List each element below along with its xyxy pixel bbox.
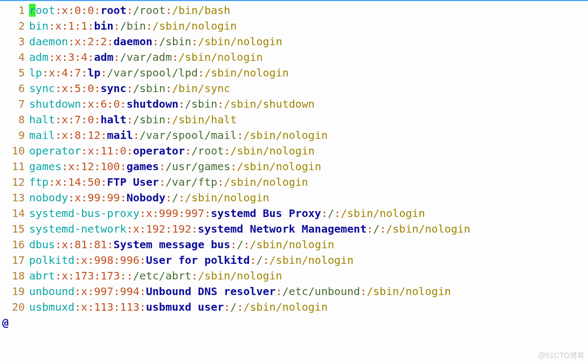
field-separator: : bbox=[159, 160, 165, 173]
homedir-field: /bin bbox=[120, 19, 146, 32]
field-separator: : bbox=[120, 269, 127, 282]
field-separator: : bbox=[107, 35, 114, 48]
passwd-line: 11games:x:12:100:games:/usr/games:/sbin/… bbox=[0, 159, 588, 174]
homedir-field: /root bbox=[133, 4, 165, 17]
line-number: 11 bbox=[0, 159, 29, 174]
field-separator: : bbox=[87, 238, 94, 251]
uid-field: 99 bbox=[87, 191, 100, 204]
field-separator: : bbox=[140, 300, 146, 313]
gid-field: 100 bbox=[101, 160, 120, 173]
field-separator: : bbox=[87, 254, 94, 267]
gid-field: 81 bbox=[94, 238, 107, 251]
field-separator: : bbox=[178, 97, 185, 110]
gecos-field: bin bbox=[94, 19, 113, 32]
field-separator: : bbox=[321, 207, 328, 220]
field-separator: : bbox=[94, 4, 100, 17]
line-code: games:x:12:100:games:/usr/games:/sbin/no… bbox=[29, 160, 321, 173]
field-separator: : bbox=[276, 285, 282, 298]
line-number: 7 bbox=[0, 96, 29, 112]
field-separator: : bbox=[81, 82, 87, 95]
field-separator: : bbox=[101, 176, 107, 188]
line-code: dbus:x:81:81:System message bus:/:/sbin/… bbox=[29, 238, 334, 251]
username-field: lp bbox=[29, 66, 42, 79]
field-separator: : bbox=[114, 285, 120, 298]
line-code: root:x:0:0:root:/root:/bin/bash bbox=[29, 4, 230, 17]
shell-field: /sbin/nologin bbox=[269, 254, 354, 267]
homedir-field: / bbox=[230, 300, 237, 313]
homedir-field: / bbox=[256, 254, 262, 267]
password-field: x bbox=[146, 207, 153, 220]
field-separator: : bbox=[81, 4, 87, 17]
gecos-field: systemd Network Management bbox=[198, 222, 366, 235]
field-separator: : bbox=[87, 300, 94, 313]
gid-field: 2 bbox=[100, 35, 107, 48]
uid-field: 6 bbox=[100, 97, 107, 110]
shell-field: /bin/bash bbox=[172, 4, 230, 17]
line-number: 3 bbox=[0, 34, 29, 50]
field-separator: : bbox=[114, 19, 120, 32]
passwd-line: 17polkitd:x:998:996:User for polkitd:/:/… bbox=[0, 253, 588, 268]
uid-field: 999 bbox=[159, 207, 178, 220]
field-separator: : bbox=[224, 300, 230, 313]
homedir-field: /sbin bbox=[185, 97, 217, 110]
field-separator: : bbox=[74, 254, 81, 267]
line-code: adm:x:3:4:adm:/var/adm:/sbin/nologin bbox=[29, 51, 263, 64]
field-separator: : bbox=[140, 285, 146, 298]
gecos-field: usbmuxd user bbox=[146, 300, 224, 313]
line-number: 5 bbox=[0, 65, 29, 81]
field-separator: : bbox=[366, 222, 373, 235]
field-separator: : bbox=[61, 176, 68, 188]
field-separator: : bbox=[94, 82, 100, 95]
uid-field: 998 bbox=[94, 254, 113, 267]
field-separator: : bbox=[68, 269, 74, 282]
shell-field: /sbin/nologin bbox=[341, 207, 425, 220]
password-field: x bbox=[61, 82, 68, 95]
field-separator: : bbox=[61, 19, 68, 32]
line-code: bin:x:1:1:bin:/bin:/sbin/nologin bbox=[29, 19, 237, 32]
field-separator: : bbox=[165, 82, 172, 95]
gecos-field: halt bbox=[101, 113, 127, 126]
shell-field: /sbin/nologin bbox=[386, 222, 471, 235]
line-number: 19 bbox=[0, 284, 29, 299]
field-separator: : bbox=[165, 113, 172, 126]
shell-field: /sbin/nologin bbox=[237, 160, 321, 173]
homedir-field: /sbin bbox=[133, 82, 165, 95]
shell-field: /sbin/nologin bbox=[224, 176, 308, 188]
line-code: operator:x:11:0:operator:/root:/sbin/nol… bbox=[29, 144, 315, 157]
field-separator: : bbox=[114, 144, 120, 157]
field-separator: : bbox=[68, 129, 74, 142]
field-separator: : bbox=[74, 19, 81, 32]
field-separator: : bbox=[114, 254, 120, 267]
password-field: x bbox=[87, 144, 94, 157]
homedir-field: /sbin bbox=[133, 113, 165, 126]
username-field: shutdown bbox=[29, 97, 81, 110]
line-number: 12 bbox=[0, 174, 29, 190]
gid-field: 4 bbox=[81, 51, 87, 64]
uid-field: 0 bbox=[74, 4, 81, 17]
username-field: ftp bbox=[29, 176, 49, 188]
field-separator: : bbox=[74, 51, 81, 64]
gecos-field: FTP User bbox=[107, 176, 159, 188]
homedir-field: /var/spool/mail bbox=[140, 129, 237, 142]
field-separator: : bbox=[127, 82, 133, 95]
line-code: daemon:x:2:2:daemon:/sbin:/sbin/nologin bbox=[29, 35, 282, 48]
field-separator: : bbox=[94, 113, 100, 126]
gid-field: 0 bbox=[87, 82, 94, 95]
username-field: systemd-bus-proxy bbox=[29, 207, 140, 220]
gecos-field: User for polkitd bbox=[146, 254, 250, 267]
field-separator: : bbox=[81, 176, 87, 188]
field-separator: : bbox=[165, 222, 172, 235]
passwd-line: 19unbound:x:997:994:Unbound DNS resolver… bbox=[0, 284, 588, 299]
username-field: unbound bbox=[29, 285, 74, 298]
field-separator: : bbox=[74, 160, 81, 173]
password-field: x bbox=[55, 19, 61, 32]
passwd-line: 14systemd-bus-proxy:x:999:997:systemd Bu… bbox=[0, 206, 588, 221]
homedir-field: / bbox=[328, 207, 334, 220]
line-number: 17 bbox=[0, 253, 29, 268]
line-code: lp:x:4:7:lp:/var/spool/lpd:/sbin/nologin bbox=[29, 66, 289, 79]
shell-field: /sbin/nologin bbox=[185, 191, 269, 204]
uid-field: 3 bbox=[68, 51, 74, 64]
field-separator: : bbox=[74, 285, 81, 298]
passwd-line: 8halt:x:7:0:halt:/sbin:/sbin/halt bbox=[0, 112, 588, 128]
uid-field: 11 bbox=[100, 144, 113, 157]
